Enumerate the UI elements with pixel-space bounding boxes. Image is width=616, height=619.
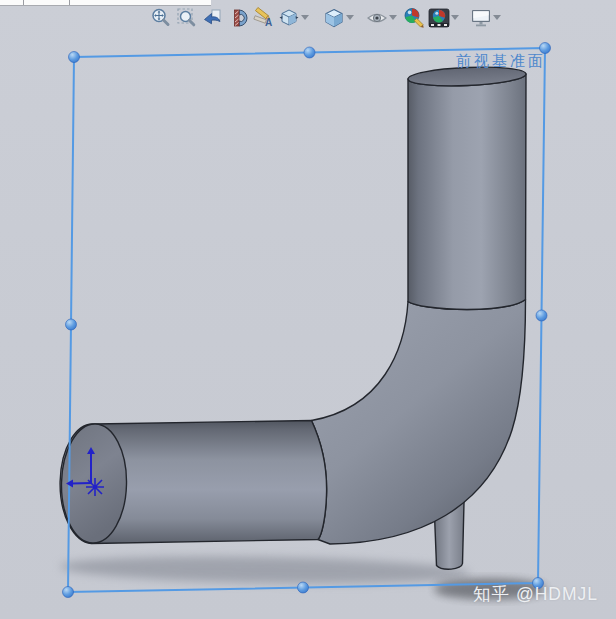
selection-handle[interactable]	[298, 582, 309, 593]
graphics-area[interactable]: A	[0, 0, 616, 619]
selected-plane-label[interactable]: 前视基准面	[456, 52, 546, 71]
pipe-elbow-section[interactable]	[312, 300, 526, 545]
selection-handle[interactable]	[66, 319, 77, 330]
selection-handle[interactable]	[304, 47, 315, 58]
selection-handle[interactable]	[69, 52, 80, 63]
selection-handle[interactable]	[63, 587, 74, 598]
pipe-elbow-model[interactable]	[60, 65, 526, 569]
model-canvas	[0, 0, 616, 619]
pipe-vertical-segment[interactable]	[408, 74, 526, 310]
selection-handle[interactable]	[536, 310, 547, 321]
watermark: 知乎 @HDMJL	[473, 582, 598, 606]
